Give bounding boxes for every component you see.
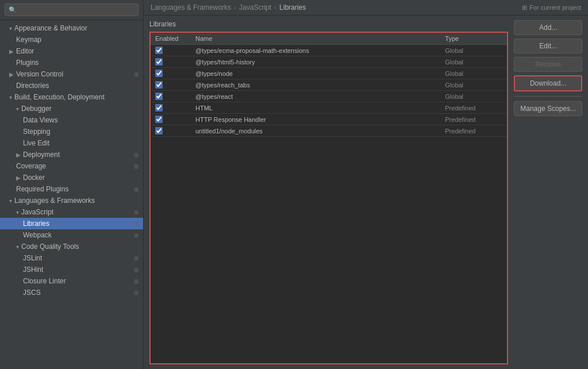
- settings-icon: ⊞: [134, 186, 139, 193]
- sidebar-item-label: Closure Linter: [23, 277, 66, 285]
- sidebar-item-label: Docker: [23, 174, 45, 182]
- project-badge: ⊞ For current project: [522, 4, 581, 11]
- search-bar: 🔍: [0, 0, 143, 20]
- table-row[interactable]: untitled1/node_modulesPredefined: [151, 125, 507, 137]
- library-type: Predefined: [445, 116, 502, 123]
- settings-icon: ⊞: [134, 232, 139, 239]
- buttons-panel: Add... Edit... Remove Download... Manage…: [514, 20, 582, 364]
- table-row[interactable]: HTMLPredefined: [151, 102, 507, 114]
- manage-scopes-button[interactable]: Manage Scopes...: [514, 101, 582, 116]
- arrow-icon: ▾: [9, 25, 12, 32]
- sidebar-item-webpack[interactable]: Webpack⊞: [0, 229, 143, 241]
- library-name: @types/reach_tabs: [195, 82, 445, 89]
- table-row[interactable]: @types/reactGlobal: [151, 91, 507, 102]
- sidebar-item-directories[interactable]: Directories: [0, 80, 143, 91]
- sidebar-item-label: JSHint: [23, 266, 43, 274]
- table-row[interactable]: @types/html5-historyGlobal: [151, 56, 507, 68]
- sidebar-item-label: Code Quality Tools: [21, 243, 79, 251]
- separator: [514, 96, 582, 97]
- sidebar-item-deployment[interactable]: ▶Deployment⊞: [0, 149, 143, 160]
- header-enabled: Enabled: [155, 35, 195, 42]
- sidebar-item-plugins[interactable]: Plugins: [0, 57, 143, 68]
- sidebar-item-jscs[interactable]: JSCS⊞: [0, 287, 143, 298]
- sidebar-item-label: Editor: [16, 47, 34, 55]
- libraries-table: Enabled Name Type @types/ecma-proposal-m…: [149, 32, 508, 364]
- settings-icon: ⊞: [134, 152, 139, 158]
- sidebar-item-appearance[interactable]: ▾Appearance & Behavior: [0, 22, 143, 34]
- sidebar-item-label: JSCS: [23, 289, 41, 297]
- sidebar-item-keymap[interactable]: Keymap: [0, 34, 143, 45]
- search-wrapper: 🔍: [5, 3, 139, 16]
- enabled-checkbox[interactable]: [155, 127, 163, 134]
- sidebar-item-javascript[interactable]: ▾JavaScript⊞: [0, 206, 143, 218]
- sidebar-item-label: Languages & Frameworks: [14, 197, 95, 205]
- sidebar-item-debugger[interactable]: ▾Debugger: [0, 103, 143, 114]
- enabled-checkbox[interactable]: [155, 81, 163, 89]
- library-type: Predefined: [445, 105, 502, 112]
- sidebar-item-label: Webpack: [23, 231, 52, 239]
- enabled-checkbox[interactable]: [155, 47, 163, 54]
- header-name: Name: [195, 35, 445, 42]
- settings-icon: ⊞: [134, 209, 139, 216]
- table-row[interactable]: @types/reach_tabsGlobal: [151, 79, 507, 91]
- sidebar-item-label: Data Views: [23, 116, 57, 124]
- enabled-checkbox[interactable]: [155, 58, 163, 66]
- remove-button[interactable]: Remove: [514, 57, 582, 72]
- library-name: HTTP Response Handler: [195, 116, 445, 123]
- sidebar-item-required-plugins[interactable]: Required Plugins⊞: [0, 183, 143, 195]
- sidebar-item-build[interactable]: ▾Build, Execution, Deployment: [0, 91, 143, 103]
- sidebar-item-coverage[interactable]: Coverage⊞: [0, 160, 143, 172]
- sidebar-item-data-views[interactable]: Data Views: [0, 114, 143, 126]
- table-row[interactable]: @types/ecma-proposal-math-extensionsGlob…: [151, 45, 507, 56]
- sidebar-item-label: Live Edit: [23, 139, 49, 147]
- sidebar-item-version-control[interactable]: ▶Version Control⊞: [0, 68, 143, 80]
- download-button[interactable]: Download...: [514, 75, 582, 91]
- settings-icon: ⊞: [134, 255, 139, 262]
- enabled-checkbox[interactable]: [155, 93, 163, 100]
- enabled-checkbox[interactable]: [155, 70, 163, 77]
- sidebar-item-label: JSLint: [23, 254, 42, 262]
- arrow-icon: ▾: [9, 94, 12, 101]
- table-header: Enabled Name Type: [151, 33, 507, 45]
- sidebar-item-editor[interactable]: ▶Editor: [0, 45, 143, 57]
- sidebar-item-jshint[interactable]: JSHint⊞: [0, 264, 143, 275]
- sidebar-item-label: Directories: [16, 82, 49, 90]
- library-type: Global: [445, 93, 502, 100]
- table-section: Libraries Enabled Name Type @types/ecma-…: [149, 20, 508, 364]
- sidebar-item-live-edit[interactable]: Live Edit: [0, 137, 143, 149]
- arrow-icon: ▾: [16, 106, 19, 112]
- search-input[interactable]: [19, 6, 134, 14]
- breadcrumb-sep1: ›: [234, 3, 236, 11]
- project-icon: ⊞: [522, 4, 527, 11]
- edit-button[interactable]: Edit...: [514, 39, 582, 53]
- header-type: Type: [445, 35, 502, 42]
- table-row[interactable]: HTTP Response HandlerPredefined: [151, 114, 507, 125]
- library-type: Global: [445, 47, 502, 54]
- sidebar-item-label: Required Plugins: [16, 185, 68, 193]
- sidebar-item-closure-linter[interactable]: Closure Linter⊞: [0, 275, 143, 287]
- arrow-icon: ▶: [16, 152, 21, 158]
- breadcrumb-part2: JavaScript: [239, 3, 271, 11]
- settings-icon: ⊞: [134, 163, 139, 170]
- library-name: @types/html5-history: [195, 59, 445, 66]
- checkbox-cell: [155, 93, 195, 100]
- checkbox-cell: [155, 81, 195, 89]
- sidebar-item-libraries[interactable]: Libraries⊞: [0, 218, 143, 229]
- table-row[interactable]: @types/nodeGlobal: [151, 68, 507, 79]
- library-type: Predefined: [445, 128, 502, 134]
- sidebar-item-label: Plugins: [16, 59, 39, 67]
- arrow-icon: ▶: [9, 48, 14, 55]
- add-button[interactable]: Add...: [514, 20, 582, 35]
- breadcrumb: Languages & Frameworks › JavaScript › Li…: [144, 0, 588, 16]
- sidebar-item-code-quality[interactable]: ▾Code Quality Tools: [0, 241, 143, 252]
- sidebar-item-stepping[interactable]: Stepping: [0, 126, 143, 137]
- sidebar-item-label: Coverage: [16, 162, 46, 170]
- breadcrumb-part1: Languages & Frameworks: [151, 3, 231, 11]
- enabled-checkbox[interactable]: [155, 104, 163, 112]
- sidebar-item-languages[interactable]: ▾Languages & Frameworks: [0, 195, 143, 206]
- settings-icon: ⊞: [134, 71, 139, 78]
- sidebar-item-label: Keymap: [16, 36, 41, 44]
- enabled-checkbox[interactable]: [155, 116, 163, 123]
- sidebar-item-docker[interactable]: ▶Docker: [0, 172, 143, 183]
- sidebar-item-jslint[interactable]: JSLint⊞: [0, 252, 143, 264]
